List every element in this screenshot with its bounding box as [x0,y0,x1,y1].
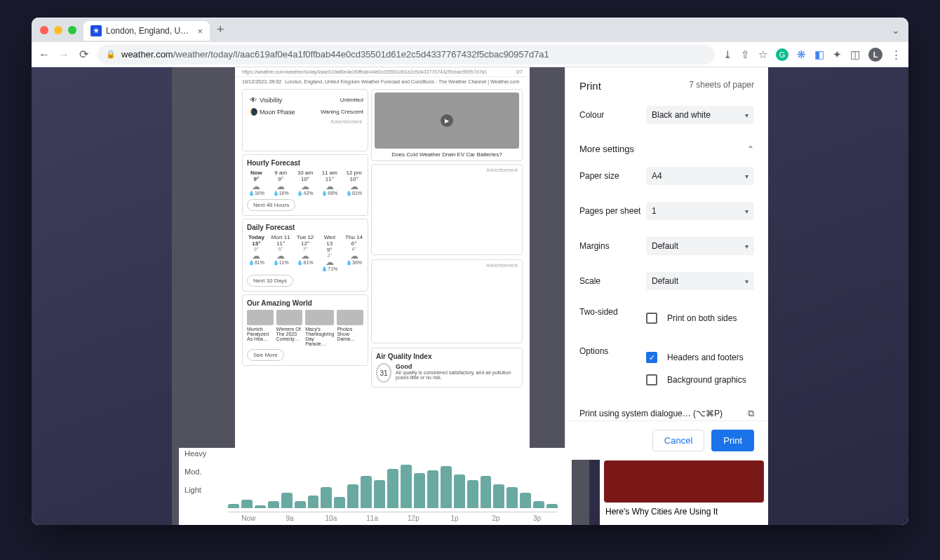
minimize-window-button[interactable] [54,26,62,34]
article-card[interactable]: Here's Why Cities Are Using It [600,456,768,525]
print-button[interactable]: Print [711,430,754,451]
x-tick: 9a [269,514,311,522]
close-tab-icon[interactable]: × [197,26,203,36]
cancel-button[interactable]: Cancel [652,430,704,451]
tab-title: London, England, United King… [106,26,193,36]
options-label: Options [579,346,646,356]
hourly-col: 10 am10°☁💧42% [296,170,315,196]
back-button[interactable]: ← [39,48,50,61]
y-label-light: Light [184,486,201,494]
preview-meta-title: London, England, United Kingdom Weather … [281,79,523,84]
hourly-col: 12 pm10°☁💧81% [344,170,363,196]
browser-tab[interactable]: ☀ London, England, United King… × [83,21,210,41]
chart-bar [533,501,544,508]
margins-select[interactable]: Default ▾ [646,237,754,255]
side-panel-icon[interactable]: ◫ [850,48,860,61]
ad-box-2: Advertisement [371,259,523,343]
hourly-col: Now9°☁💧16% [247,170,266,196]
pages-per-sheet-value: 1 [652,206,657,216]
maximize-window-button[interactable] [68,26,76,34]
reload-button[interactable]: ⟳ [78,48,89,61]
bookmark-icon[interactable]: ☆ [758,48,767,61]
toolbar: ← → ⟳ 🔒 weather.com/weather/today/l/aac6… [32,42,908,67]
url-host: weather.com [121,49,173,60]
visibility-label: Visibility [260,97,302,104]
chart-bar [427,470,438,508]
extensions-icon[interactable]: ✦ [833,48,842,61]
print-preview-page: https://weather.com/weather/today/l/aac6… [235,67,530,460]
tabs-dropdown-icon[interactable]: ⌄ [892,25,900,36]
chevron-up-icon: ⌃ [747,144,754,154]
margins-value: Default [652,241,678,251]
aqi-level: Good [396,363,518,370]
amazing-item[interactable]: Winners Of The 2023 Comedy… [276,310,303,346]
close-window-button[interactable] [40,26,48,34]
x-tick: 1p [434,514,476,522]
next-48-button[interactable]: Next 48 Hours [247,199,295,211]
extension-icon-3[interactable]: ◧ [814,48,824,61]
paper-size-select[interactable]: A4 ▾ [646,167,754,185]
scale-select[interactable]: Default ▾ [646,272,754,290]
background-checkbox[interactable] [646,374,657,385]
daily-col: Today13°9°☁💧81% [247,234,266,272]
scale-label: Scale [579,276,646,286]
y-label-mod: Mod. [184,467,201,476]
lock-icon: 🔒 [106,50,116,59]
moon-row: 🌘 Moon Phase Waning Crescent [247,106,363,118]
menu-icon[interactable]: ⋮ [891,48,901,61]
chart-bar [546,504,558,508]
hourly-col: 9 am9°☁💧16% [271,170,290,196]
titlebar: ☀ London, England, United King… × + ⌄ [32,18,908,42]
amazing-item[interactable]: Macy's Thanksgiving Day Parade… [305,310,334,346]
aqi-title: Air Quality Index [376,353,518,360]
colour-select[interactable]: Black and white ▾ [646,106,754,124]
headers-checkbox[interactable]: ✓ [646,352,657,363]
two-sided-checkbox[interactable] [646,313,657,324]
amazing-item[interactable]: Photos Show Dama… [337,310,363,346]
background-option: Background graphics [667,375,746,385]
forward-button[interactable]: → [58,48,69,61]
eye-icon: 👁 [247,96,260,104]
more-settings-toggle[interactable]: More settings ⌃ [579,132,754,158]
ev-caption: Does Cold Weather Drain EV Car Batteries… [375,151,519,158]
y-label-heavy: Heavy [184,449,206,458]
paper-size-label: Paper size [579,171,646,181]
chevron-down-icon: ▾ [745,111,748,119]
next-10-button[interactable]: Next 10 Days [247,275,293,287]
chart-bar [347,484,358,508]
ad-label: Advertisement [485,166,519,174]
moon-value: Waning Crescent [321,109,363,115]
chart-bar [241,500,253,508]
extension-icon-2[interactable]: ❋ [797,48,806,61]
more-settings-label: More settings [579,144,634,154]
visibility-value: Unlimited [340,97,363,103]
install-icon[interactable]: ⤓ [723,48,732,61]
chart-bar [467,480,478,508]
play-icon: ▶ [441,114,453,127]
precip-chart: Heavy Mod. Light Now9a10a11a12p1p2p3p [179,448,572,525]
system-dialog-link[interactable]: Print using system dialogue… (⌥⌘P) ⧉ [579,399,754,421]
pages-per-sheet-select[interactable]: 1 ▾ [646,202,754,220]
external-link-icon: ⧉ [748,408,754,419]
x-tick: 2p [476,514,517,522]
pages-per-sheet-label: Pages per sheet [579,206,646,216]
extension-icon-1[interactable]: G [776,48,788,61]
moon-label: Moon Phase [260,109,302,116]
chevron-down-icon: ▾ [745,172,748,180]
share-icon[interactable]: ⇧ [741,48,750,61]
see-more-button[interactable]: See More [247,349,284,361]
ev-video-thumb[interactable]: ▶ [375,93,519,149]
print-title: Print [579,80,601,92]
chart-bar [481,476,492,508]
chart-bar [308,496,319,508]
address-bar[interactable]: 🔒 weather.com/weather/today/l/aac619af0e… [98,45,715,64]
chart-bar [387,469,398,508]
colour-value: Black and white [652,110,711,120]
chart-bar [295,501,306,508]
chart-bar [255,505,266,508]
new-tab-button[interactable]: + [217,22,224,37]
x-tick: Now [228,514,269,522]
profile-avatar[interactable]: L [868,48,882,62]
amazing-item[interactable]: Munich Paralyzed As Hea… [247,310,274,346]
chart-bar [414,473,425,508]
